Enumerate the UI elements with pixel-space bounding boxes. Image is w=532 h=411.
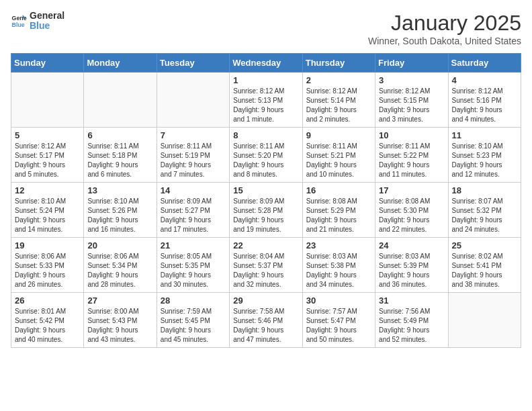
day-number: 10 xyxy=(379,130,444,140)
calendar-week-row: 5Sunrise: 8:12 AM Sunset: 5:17 PM Daylig… xyxy=(11,128,521,183)
day-number: 8 xyxy=(233,130,298,140)
calendar-day-cell: 25Sunrise: 8:02 AM Sunset: 5:41 PM Dayli… xyxy=(448,238,521,293)
day-info: Sunrise: 8:03 AM Sunset: 5:39 PM Dayligh… xyxy=(379,252,444,289)
weekday-header: Tuesday xyxy=(157,54,229,73)
day-info: Sunrise: 8:08 AM Sunset: 5:30 PM Dayligh… xyxy=(379,197,444,234)
day-info: Sunrise: 8:12 AM Sunset: 5:15 PM Dayligh… xyxy=(379,87,444,124)
svg-text:Blue: Blue xyxy=(12,21,25,28)
calendar-day-cell: 3Sunrise: 8:12 AM Sunset: 5:15 PM Daylig… xyxy=(375,73,448,128)
day-info: Sunrise: 8:12 AM Sunset: 5:16 PM Dayligh… xyxy=(452,87,517,124)
day-number: 27 xyxy=(87,295,152,306)
day-number: 4 xyxy=(452,75,517,85)
day-number: 25 xyxy=(452,240,517,250)
weekday-header: Friday xyxy=(375,54,448,73)
calendar-day-cell: 7Sunrise: 8:11 AM Sunset: 5:19 PM Daylig… xyxy=(157,128,229,183)
day-info: Sunrise: 8:00 AM Sunset: 5:43 PM Dayligh… xyxy=(87,307,152,345)
calendar-week-row: 26Sunrise: 8:01 AM Sunset: 5:42 PM Dayli… xyxy=(11,293,521,348)
day-number: 20 xyxy=(87,240,152,250)
calendar-day-cell: 21Sunrise: 8:05 AM Sunset: 5:35 PM Dayli… xyxy=(157,238,229,293)
calendar-day-cell: 20Sunrise: 8:06 AM Sunset: 5:34 PM Dayli… xyxy=(84,238,157,293)
weekday-header: Thursday xyxy=(302,54,375,73)
day-info: Sunrise: 8:12 AM Sunset: 5:17 PM Dayligh… xyxy=(15,142,80,179)
calendar-day-cell: 22Sunrise: 8:04 AM Sunset: 5:37 PM Dayli… xyxy=(230,238,302,293)
day-info: Sunrise: 8:11 AM Sunset: 5:22 PM Dayligh… xyxy=(379,142,444,179)
day-number: 21 xyxy=(161,240,226,250)
day-info: Sunrise: 8:06 AM Sunset: 5:34 PM Dayligh… xyxy=(87,252,152,289)
calendar-day-cell: 27Sunrise: 8:00 AM Sunset: 5:43 PM Dayli… xyxy=(84,293,157,348)
calendar-day-cell: 5Sunrise: 8:12 AM Sunset: 5:17 PM Daylig… xyxy=(11,128,84,183)
weekday-header: Monday xyxy=(84,54,157,73)
day-number: 16 xyxy=(306,185,371,195)
calendar-day-cell: 13Sunrise: 8:10 AM Sunset: 5:26 PM Dayli… xyxy=(84,183,157,238)
calendar-day-cell: 17Sunrise: 8:08 AM Sunset: 5:30 PM Dayli… xyxy=(375,183,448,238)
calendar-day-cell: 26Sunrise: 8:01 AM Sunset: 5:42 PM Dayli… xyxy=(11,293,84,348)
logo: General Blue General Blue xyxy=(11,11,64,32)
calendar-day-cell: 28Sunrise: 7:59 AM Sunset: 5:45 PM Dayli… xyxy=(157,293,229,348)
calendar-day-cell xyxy=(448,293,521,348)
day-info: Sunrise: 8:10 AM Sunset: 5:26 PM Dayligh… xyxy=(87,197,152,234)
day-info: Sunrise: 7:59 AM Sunset: 5:45 PM Dayligh… xyxy=(161,307,226,345)
day-info: Sunrise: 8:08 AM Sunset: 5:29 PM Dayligh… xyxy=(306,197,371,234)
calendar-day-cell: 6Sunrise: 8:11 AM Sunset: 5:18 PM Daylig… xyxy=(84,128,157,183)
weekday-header: Wednesday xyxy=(230,54,302,73)
calendar-day-cell: 19Sunrise: 8:06 AM Sunset: 5:33 PM Dayli… xyxy=(11,238,84,293)
day-info: Sunrise: 7:58 AM Sunset: 5:46 PM Dayligh… xyxy=(233,307,298,345)
calendar-day-cell: 4Sunrise: 8:12 AM Sunset: 5:16 PM Daylig… xyxy=(448,73,521,128)
day-number: 5 xyxy=(15,130,80,140)
day-info: Sunrise: 8:06 AM Sunset: 5:33 PM Dayligh… xyxy=(15,252,80,289)
calendar-day-cell: 29Sunrise: 7:58 AM Sunset: 5:46 PM Dayli… xyxy=(230,293,302,348)
day-info: Sunrise: 8:11 AM Sunset: 5:21 PM Dayligh… xyxy=(306,142,371,179)
calendar-day-cell: 18Sunrise: 8:07 AM Sunset: 5:32 PM Dayli… xyxy=(448,183,521,238)
day-info: Sunrise: 8:09 AM Sunset: 5:28 PM Dayligh… xyxy=(233,197,298,234)
day-info: Sunrise: 8:11 AM Sunset: 5:18 PM Dayligh… xyxy=(87,142,152,179)
day-number: 12 xyxy=(15,185,80,195)
day-number: 30 xyxy=(306,295,371,306)
day-info: Sunrise: 8:02 AM Sunset: 5:41 PM Dayligh… xyxy=(452,252,517,289)
calendar-day-cell: 16Sunrise: 8:08 AM Sunset: 5:29 PM Dayli… xyxy=(302,183,375,238)
calendar-day-cell xyxy=(11,73,84,128)
svg-text:General: General xyxy=(12,15,27,22)
calendar-day-cell: 15Sunrise: 8:09 AM Sunset: 5:28 PM Dayli… xyxy=(230,183,302,238)
calendar-day-cell: 1Sunrise: 8:12 AM Sunset: 5:13 PM Daylig… xyxy=(230,73,302,128)
calendar-week-row: 1Sunrise: 8:12 AM Sunset: 5:13 PM Daylig… xyxy=(11,73,521,128)
weekday-header-row: SundayMondayTuesdayWednesdayThursdayFrid… xyxy=(11,54,521,73)
day-number: 18 xyxy=(452,185,517,195)
location: Winner, South Dakota, United States xyxy=(368,36,521,46)
day-number: 3 xyxy=(379,75,444,85)
day-number: 15 xyxy=(233,185,298,195)
day-number: 19 xyxy=(15,240,80,250)
day-info: Sunrise: 8:04 AM Sunset: 5:37 PM Dayligh… xyxy=(233,252,298,289)
calendar-day-cell: 8Sunrise: 8:11 AM Sunset: 5:20 PM Daylig… xyxy=(230,128,302,183)
day-info: Sunrise: 8:03 AM Sunset: 5:38 PM Dayligh… xyxy=(306,252,371,289)
calendar-day-cell: 12Sunrise: 8:10 AM Sunset: 5:24 PM Dayli… xyxy=(11,183,84,238)
calendar-table: SundayMondayTuesdayWednesdayThursdayFrid… xyxy=(11,53,521,348)
day-info: Sunrise: 7:57 AM Sunset: 5:47 PM Dayligh… xyxy=(306,307,371,345)
day-info: Sunrise: 8:07 AM Sunset: 5:32 PM Dayligh… xyxy=(452,197,517,234)
day-info: Sunrise: 8:09 AM Sunset: 5:27 PM Dayligh… xyxy=(161,197,226,234)
logo-blue: Blue xyxy=(30,21,64,31)
day-number: 2 xyxy=(306,75,371,85)
day-info: Sunrise: 8:11 AM Sunset: 5:19 PM Dayligh… xyxy=(161,142,226,179)
logo-text: General Blue xyxy=(30,11,64,32)
day-number: 14 xyxy=(161,185,226,195)
logo-icon: General Blue xyxy=(11,13,27,29)
calendar-day-cell: 9Sunrise: 8:11 AM Sunset: 5:21 PM Daylig… xyxy=(302,128,375,183)
calendar-day-cell: 23Sunrise: 8:03 AM Sunset: 5:38 PM Dayli… xyxy=(302,238,375,293)
weekday-header: Saturday xyxy=(448,54,521,73)
day-number: 11 xyxy=(452,130,517,140)
calendar-day-cell: 24Sunrise: 8:03 AM Sunset: 5:39 PM Dayli… xyxy=(375,238,448,293)
title-block: January 2025 Winner, South Dakota, Unite… xyxy=(368,11,521,46)
day-number: 24 xyxy=(379,240,444,250)
calendar-day-cell: 10Sunrise: 8:11 AM Sunset: 5:22 PM Dayli… xyxy=(375,128,448,183)
day-info: Sunrise: 8:10 AM Sunset: 5:23 PM Dayligh… xyxy=(452,142,517,179)
day-number: 7 xyxy=(161,130,226,140)
day-number: 28 xyxy=(161,295,226,306)
day-info: Sunrise: 8:10 AM Sunset: 5:24 PM Dayligh… xyxy=(15,197,80,234)
calendar-week-row: 12Sunrise: 8:10 AM Sunset: 5:24 PM Dayli… xyxy=(11,183,521,238)
day-number: 26 xyxy=(15,295,80,306)
day-number: 17 xyxy=(379,185,444,195)
day-number: 13 xyxy=(87,185,152,195)
month-title: January 2025 xyxy=(368,11,521,36)
day-number: 29 xyxy=(233,295,298,306)
day-number: 31 xyxy=(379,295,444,306)
